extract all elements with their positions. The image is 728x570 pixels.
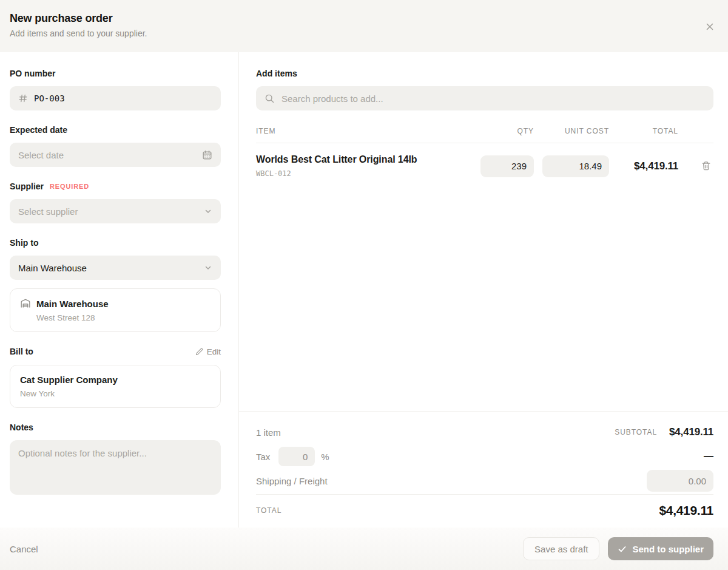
ship-to-label: Ship to <box>10 238 38 248</box>
column-header-total: TOTAL <box>618 127 678 135</box>
bill-to-card-address: New York <box>20 389 211 398</box>
expected-date-label: Expected date <box>10 125 67 135</box>
trash-icon <box>701 161 711 171</box>
edit-bill-to-label: Edit <box>207 347 221 356</box>
order-details-panel: PO number Expected date <box>0 52 239 528</box>
line-item-name: Worlds Best Cat Litter Original 14lb <box>256 154 472 165</box>
check-icon <box>618 545 627 554</box>
ship-to-card-address: West Street 128 <box>36 313 211 322</box>
pencil-icon <box>195 348 203 356</box>
po-number-label: PO number <box>10 69 55 78</box>
new-purchase-order-modal: New purchase order Add items and send to… <box>0 0 728 570</box>
cancel-button[interactable]: Cancel <box>10 544 38 554</box>
notes-label: Notes <box>10 422 33 432</box>
add-items-panel: Add items ITEM QTY UNIT COST TOTAL <box>239 52 728 528</box>
expected-date-input[interactable] <box>18 150 196 160</box>
tax-amount: — <box>704 451 713 462</box>
po-number-input-box <box>10 86 221 110</box>
expected-date-field-group: Expected date <box>10 125 221 167</box>
save-as-draft-button[interactable]: Save as draft <box>523 537 599 560</box>
column-header-item: ITEM <box>256 127 472 135</box>
items-table-header: ITEM QTY UNIT COST TOTAL <box>256 127 713 143</box>
product-search-box <box>256 86 713 110</box>
close-icon <box>705 22 715 32</box>
ship-to-card: Main Warehouse West Street 128 <box>10 288 221 332</box>
tax-rate-input[interactable] <box>278 447 315 466</box>
shipping-cost-input[interactable] <box>647 470 713 492</box>
hash-icon <box>18 93 28 103</box>
supplier-select-placeholder: Select supplier <box>18 206 78 217</box>
po-number-input[interactable] <box>34 93 212 103</box>
item-count: 1 item <box>256 427 281 438</box>
supplier-label: Supplier <box>10 182 44 191</box>
line-item-sku: WBCL-012 <box>256 169 472 178</box>
search-icon <box>265 93 275 104</box>
line-item-info: Worlds Best Cat Litter Original 14lb WBC… <box>256 154 472 178</box>
supplier-field-group: Supplier REQUIRED Select supplier <box>10 182 221 223</box>
bill-to-card: Cat Supplier Company New York <box>10 365 221 408</box>
bill-to-field-group: Bill to Edit Cat Supplier Company New Yo… <box>10 347 221 408</box>
edit-bill-to-button[interactable]: Edit <box>195 347 221 356</box>
ship-to-selected-value: Main Warehouse <box>18 263 87 273</box>
product-search-input[interactable] <box>281 93 705 104</box>
warehouse-icon <box>20 298 31 309</box>
supplier-select[interactable]: Select supplier <box>10 199 221 223</box>
delete-line-item-button[interactable] <box>699 158 713 174</box>
total-row: TOTAL $4,419.11 <box>256 494 713 521</box>
subtotal-value: $4,419.11 <box>669 426 713 438</box>
send-to-supplier-label: Send to supplier <box>632 544 704 554</box>
chevron-down-icon <box>204 207 212 215</box>
notes-textarea[interactable] <box>10 440 221 495</box>
ship-to-field-group: Ship to Main Warehouse Main Warehouse <box>10 238 221 332</box>
required-badge: REQUIRED <box>50 183 89 190</box>
shipping-row: Shipping / Freight <box>256 470 713 492</box>
ship-to-card-name: Main Warehouse <box>36 299 109 309</box>
modal-body: PO number Expected date <box>0 52 728 528</box>
notes-field-group: Notes <box>10 422 221 497</box>
ship-to-select[interactable]: Main Warehouse <box>10 256 221 280</box>
qty-input[interactable] <box>480 155 534 177</box>
modal-header: New purchase order Add items and send to… <box>0 0 728 52</box>
column-header-unit-cost: UNIT COST <box>542 127 609 135</box>
line-item-row: Worlds Best Cat Litter Original 14lb WBC… <box>256 143 713 189</box>
tax-percent-sign: % <box>321 452 329 462</box>
close-button[interactable] <box>701 18 718 35</box>
bill-to-label: Bill to <box>10 347 33 356</box>
bill-to-card-name: Cat Supplier Company <box>20 375 211 385</box>
calendar-icon <box>202 150 212 160</box>
modal-footer: Cancel Save as draft Send to supplier <box>0 528 728 570</box>
line-item-total: $4,419.11 <box>618 160 678 172</box>
total-value: $4,419.11 <box>659 503 713 518</box>
total-label: TOTAL <box>256 506 281 515</box>
subtotal-row: 1 item SUBTOTAL $4,419.11 <box>256 421 713 443</box>
column-header-qty: QTY <box>480 127 534 135</box>
tax-row: Tax % — <box>256 446 713 467</box>
tax-label: Tax <box>256 452 270 462</box>
subtotal-label: SUBTOTAL <box>615 428 657 436</box>
unit-cost-input[interactable] <box>542 155 609 177</box>
shipping-label: Shipping / Freight <box>256 476 328 486</box>
items-empty-space <box>239 189 728 411</box>
po-number-field-group: PO number <box>10 69 221 110</box>
chevron-down-icon <box>204 263 212 272</box>
expected-date-picker[interactable] <box>10 143 221 167</box>
send-to-supplier-button[interactable]: Send to supplier <box>608 537 713 560</box>
add-items-label: Add items <box>256 69 713 78</box>
page-subtitle: Add items and send to your supplier. <box>10 29 713 38</box>
order-summary: 1 item SUBTOTAL $4,419.11 Tax % — Shippi… <box>239 411 728 528</box>
page-title: New purchase order <box>10 12 713 25</box>
